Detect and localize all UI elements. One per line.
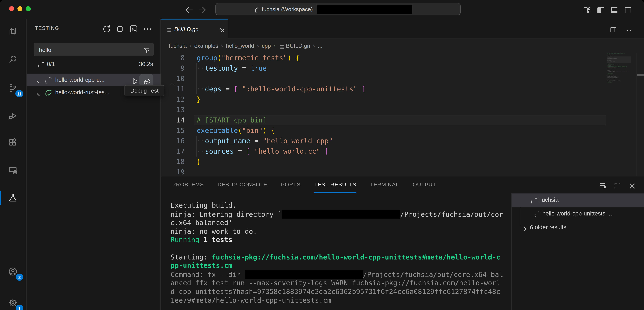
terminal-line: Command: fx --dir /Projects/fuchsia/out/… [170, 270, 503, 279]
result-label: Fuchsia [538, 196, 558, 203]
line-number: 13 [160, 105, 185, 115]
test-item-cpp[interactable]: hello-world-cpp-u... [26, 74, 160, 86]
maximize-panel-icon[interactable] [613, 181, 620, 188]
search-icon [8, 54, 18, 65]
tab-build-gn[interactable]: BUILD.gn [160, 19, 228, 39]
line-number: 12 [160, 94, 185, 105]
close-panel-icon[interactable] [628, 181, 635, 188]
sidebar-item-run-and-debug[interactable] [0, 106, 26, 126]
sidebar-item-remote-explorer[interactable] [0, 161, 26, 181]
panel-tab-ports[interactable]: PORTS [281, 176, 300, 193]
test-count: 0/1 [47, 61, 55, 67]
sidebar-item-extensions[interactable] [0, 133, 26, 153]
code-line: 10 [160, 74, 644, 84]
test-filter-input[interactable] [38, 45, 139, 55]
test-results-tree: Fuchsiahello-world-cpp-unittests ·...6 o… [511, 193, 644, 310]
sidebar-item-testing[interactable] [0, 188, 26, 208]
scrollbar-thumb[interactable] [637, 74, 644, 76]
accounts-button[interactable]: 2 [0, 262, 26, 282]
show-output-icon[interactable] [129, 24, 137, 32]
debug-test-icon [142, 76, 150, 84]
extensions-icon [8, 137, 18, 148]
test-result-row[interactable]: hello-world-cpp-unittests ·... [512, 207, 644, 221]
code-line: 14# [START cpp_bin] [160, 115, 644, 125]
more-actions-icon[interactable] [142, 24, 151, 32]
panel-title: TESTING [35, 25, 59, 31]
run-test-icon[interactable] [130, 76, 137, 84]
spinner-icon [37, 61, 44, 67]
chevron-down-icon[interactable] [34, 77, 40, 83]
code-line: 12} [160, 94, 644, 105]
refresh-tests-icon[interactable] [102, 24, 110, 32]
settings-button[interactable]: 1 [0, 293, 26, 310]
breadcrumb-separator: › [221, 43, 223, 49]
code-line: 9··testonly = true [160, 63, 644, 74]
line-number: 10 [160, 74, 185, 84]
traffic-light-minimize[interactable] [18, 6, 22, 11]
cancel-test-run-icon[interactable] [115, 24, 123, 32]
split-editor-icon[interactable] [609, 25, 616, 32]
test-results-output[interactable]: Executing build.ninja: Entering director… [170, 201, 503, 305]
test-filter-field [34, 43, 154, 56]
command-center-label: fuchsia (Workspace) [262, 6, 313, 12]
toggle-sidebar-icon[interactable] [596, 6, 604, 13]
breadcrumb-item[interactable]: ... [318, 43, 322, 49]
line-number: 8 [160, 53, 185, 63]
toggle-secondary-sidebar-icon[interactable] [624, 6, 631, 13]
run-and-debug-icon [8, 111, 18, 122]
code-editor[interactable]: 8group("hermetic_tests") {9··testonly = … [160, 53, 644, 176]
breadcrumb-separator: › [274, 43, 276, 49]
line-content: # [START cpp_bin] [197, 115, 267, 125]
chevron-down-icon[interactable] [34, 90, 40, 96]
terminal-line: anced ffx test run --max-severity-logs W… [170, 279, 503, 288]
code-line: 18} [160, 157, 644, 167]
traffic-light-close[interactable] [9, 6, 14, 11]
vscode-window: fuchsia (Workspace) 11 2 1 TESTING [0, 0, 644, 310]
line-number: 19 [160, 167, 185, 176]
line-number: 18 [160, 157, 185, 167]
breadcrumb-item[interactable]: BUILD.gn [286, 43, 310, 49]
terminal-line: Executing build. [170, 201, 503, 210]
testing-panel: TESTING 0/1 30.2s hello-world-cpp-u... [26, 19, 160, 310]
panel-tab-problems[interactable]: PROBLEMS [172, 176, 204, 193]
test-passed-icon [44, 89, 52, 96]
command-center[interactable]: fuchsia (Workspace) [215, 3, 460, 15]
test-item-label: hello-world-cpp-u... [55, 76, 104, 83]
more-actions-icon[interactable] [625, 25, 632, 32]
sidebar-item-source-control[interactable]: 11 [0, 79, 26, 98]
panel-tab-test-results[interactable]: TEST RESULTS [314, 176, 356, 193]
breadcrumb-item[interactable]: fuchsia [169, 43, 186, 49]
breadcrumb-item[interactable]: examples [194, 43, 218, 49]
go-forward-icon[interactable] [198, 5, 206, 13]
breadcrumb-item[interactable]: hello_world [226, 43, 254, 49]
panel-tab-terminal[interactable]: TERMINAL [370, 176, 399, 193]
breadcrumb-item[interactable]: cpp [262, 43, 271, 49]
customize-layout-icon[interactable] [582, 6, 590, 13]
breadcrumb-separator: › [257, 43, 259, 49]
line-content: executable("bin") { [197, 125, 275, 136]
sidebar-item-explorer[interactable] [0, 22, 26, 42]
test-result-row[interactable]: Fuchsia [512, 193, 644, 207]
breadcrumb: fuchsia›examples›hello_world›cpp›BUILD.g… [160, 39, 644, 53]
clear-output-icon[interactable] [598, 181, 606, 188]
test-result-row[interactable]: 6 older results [512, 221, 644, 235]
filter-icon[interactable] [142, 46, 150, 53]
minimap[interactable]: # Copyright 2020 The Fuchsia Authors. Al… [607, 53, 631, 107]
close-icon[interactable] [218, 26, 224, 32]
line-number: 17 [160, 146, 185, 157]
debug-test-button[interactable] [140, 74, 153, 86]
traffic-light-zoom[interactable] [26, 6, 31, 11]
terminal-line: d-cpp-unittests?hash=97358c1883974e3da2c… [170, 288, 503, 296]
line-content: ··deps = [ ":hello-world-cpp-unittests" … [197, 84, 366, 94]
activity-bar: 11 2 1 [0, 19, 26, 310]
breadcrumb-separator: › [190, 43, 191, 49]
toggle-panel-icon[interactable] [610, 6, 618, 13]
code-line: 19 [160, 167, 644, 176]
go-back-icon[interactable] [184, 5, 192, 13]
chevron-right-icon [520, 224, 526, 231]
terminal-line: ninja: Entering directory `/Projects/fuc… [170, 210, 503, 219]
panel-tab-output[interactable]: OUTPUT [413, 176, 436, 193]
line-content: ··output_name = "hello_world_cpp" [197, 136, 333, 146]
panel-tab-debug-console[interactable]: DEBUG CONSOLE [218, 176, 267, 193]
sidebar-item-search[interactable] [0, 50, 26, 70]
